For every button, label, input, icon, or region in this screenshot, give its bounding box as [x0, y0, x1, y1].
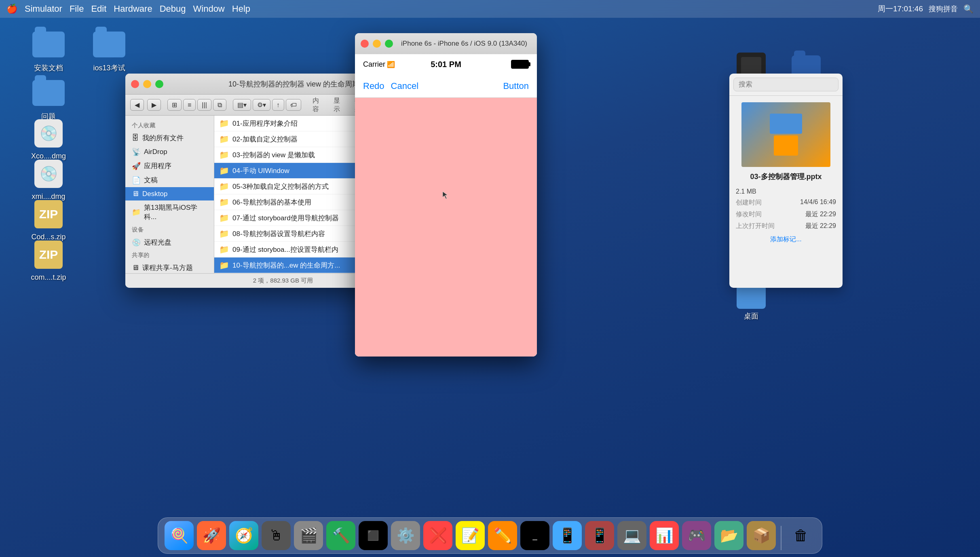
folder-row-icon: 📁 [219, 213, 229, 223]
dock-xmind[interactable]: ❌ [423, 521, 452, 550]
menu-simulator[interactable]: Simulator [25, 4, 62, 14]
desktop-icon-ios13-test[interactable]: ios13考试 [85, 28, 133, 73]
dock-app5[interactable]: 🎮 [682, 521, 711, 550]
close-button[interactable] [131, 80, 139, 88]
desktop-icon-xmi-dmg[interactable]: 💿 xmi....dmg [24, 158, 73, 201]
tag-btn[interactable]: 🏷 [286, 99, 301, 111]
sidebar-item-remote-disk[interactable]: 💿 远程光盘 [125, 235, 214, 249]
apple-menu[interactable]: 🍎 [6, 4, 17, 14]
documents-icon: 📄 [132, 176, 141, 185]
dock-app2[interactable]: 📱 [585, 521, 614, 550]
sidebar-item-label: 我的所有文件 [142, 133, 184, 143]
file-size-row: 2.1 MB [736, 186, 836, 197]
nav-button[interactable]: Button [503, 81, 529, 91]
sim-minimize-button[interactable] [373, 40, 381, 48]
menu-debug[interactable]: Debug [160, 4, 186, 14]
back-button[interactable]: ◀ [130, 99, 144, 111]
dock-app7[interactable]: 📦 [747, 521, 776, 550]
app5-icon: 🎮 [688, 527, 706, 544]
desktop-icon-cod-zip[interactable]: ZIP Cod...s.zip [24, 198, 73, 241]
app4-icon: 📊 [655, 527, 674, 544]
desktop-icon-xcode-dmg[interactable]: 💿 Xco....dmg [24, 117, 73, 160]
folder-icon-container [737, 285, 766, 309]
sidebar-item-applications[interactable]: 🚀 应用程序 [125, 159, 214, 173]
search-input[interactable] [733, 78, 838, 91]
dock-finder[interactable]: 🍭 [165, 521, 194, 550]
menubar-search[interactable]: 搜狗拼音 [929, 4, 958, 14]
arrange-btn[interactable]: ▤▾ [233, 99, 251, 111]
opened-row: 上次打开时间 最近 22:29 [736, 220, 836, 232]
modified-value: 最近 22:29 [805, 210, 836, 219]
view-column-btn[interactable]: ||| [197, 99, 211, 111]
view-cover-btn[interactable]: ⧉ [213, 99, 226, 111]
menu-help[interactable]: Help [232, 4, 250, 14]
dock-pen[interactable]: ✏️ [488, 521, 517, 550]
maximize-button[interactable] [155, 80, 163, 88]
iphone-content-area[interactable] [355, 98, 537, 357]
statusbar-text: 2 项，882.93 GB 可用 [253, 277, 313, 285]
folder-row-label: 03-控制器的 view 是懒加载 [232, 150, 315, 160]
minimize-button[interactable] [143, 80, 151, 88]
dock-xcode[interactable]: 🔨 [326, 521, 355, 550]
created-row: 创建时间 14/4/6 16:49 [736, 197, 836, 209]
status-carrier: Carrier 📶 [363, 60, 418, 69]
sidebar-item-label: 应用程序 [144, 161, 171, 171]
folder-row-icon: 📁 [219, 150, 229, 160]
menu-window[interactable]: Window [193, 4, 225, 14]
simulator-title: iPhone 6s - iPhone 6s / iOS 9.0 (13A340) [397, 40, 531, 48]
action-btn[interactable]: ⚙▾ [253, 99, 270, 111]
terminal-icon: ⬛ [367, 530, 379, 541]
forward-button[interactable]: ▶ [147, 99, 161, 111]
label-display: 显示 [334, 97, 342, 114]
share-btn[interactable]: ↑ [272, 99, 284, 111]
dock-app6[interactable]: 📂 [714, 521, 743, 550]
dock-trash[interactable]: 🗑 [786, 521, 815, 550]
menu-file[interactable]: File [70, 4, 84, 14]
dock-photo[interactable]: 🎬 [294, 521, 323, 550]
sidebar-item-desktop[interactable]: 🖥 Desktop [125, 187, 214, 200]
dock-app4[interactable]: 📊 [650, 521, 679, 550]
simulator-window: iPhone 6s - iPhone 6s / iOS 9.0 (13A340)… [355, 33, 537, 357]
dock-app1[interactable]: 📱 [553, 521, 582, 550]
zip-icon: ZIP [34, 200, 63, 228]
dock-settings[interactable]: ⚙️ [391, 521, 420, 550]
dock-launchpad[interactable]: 🚀 [197, 521, 226, 550]
dock-app3[interactable]: 💻 [617, 521, 646, 550]
sim-close-button[interactable] [361, 40, 369, 48]
dock-separator [781, 526, 781, 550]
redo-button[interactable]: Redo [363, 81, 384, 91]
right-info-panel: 03-多控制器管理.pptx 2.1 MB 创建时间 14/4/6 16:49 … [729, 74, 843, 288]
sidebar-item-all-files[interactable]: 🗄 我的所有文件 [125, 131, 214, 145]
desktop-icon-desktop2[interactable]: 桌面 [727, 285, 775, 321]
sidebar-item-airdrop[interactable]: 📡 AirDrop [125, 145, 214, 159]
view-icon-btn[interactable]: ⊞ [167, 99, 182, 111]
desktop-icon-com-zip[interactable]: ZIP com....t.zip [24, 238, 73, 282]
add-tag-link[interactable]: 添加标记... [736, 235, 836, 244]
status-battery [473, 60, 529, 69]
app7-icon: 📦 [752, 527, 771, 544]
folder-row-icon: 📁 [219, 197, 229, 207]
folder-row-label: 09-通过 storyboa...控设置导航栏内 [232, 245, 338, 254]
menubar-time: 周一17:01:46 [878, 4, 923, 14]
desktop-icon-install-doc[interactable]: 安装文档 [24, 28, 73, 73]
desktop-icon-issue[interactable]: 问题 [24, 77, 73, 121]
menu-edit[interactable]: Edit [91, 4, 106, 14]
menu-hardware[interactable]: Hardware [114, 4, 152, 14]
remote-disk-icon: 💿 [132, 238, 141, 247]
sidebar-item-documents[interactable]: 📄 文稿 [125, 173, 214, 187]
dock-mouse[interactable]: 🖱 [262, 521, 291, 550]
sidebar-item-13period[interactable]: 📁 第13期黑马iOS学科... [125, 200, 214, 224]
sim-maximize-button[interactable] [385, 40, 393, 48]
dock-terminal[interactable]: ⬛ [359, 521, 388, 550]
created-label: 创建时间 [736, 198, 762, 207]
view-list-btn[interactable]: ≡ [183, 99, 196, 111]
cancel-button[interactable]: Cancel [391, 81, 418, 91]
folder-icon-sidebar: 📁 [132, 208, 141, 217]
icon-label: com....t.zip [31, 273, 66, 282]
sidebar-item-course-share[interactable]: 🖥 课程共享-马方题 [125, 261, 214, 273]
dock-notes[interactable]: 📝 [456, 521, 485, 550]
spotlight-icon[interactable]: 🔍 [963, 4, 974, 14]
dock-safari[interactable]: 🧭 [229, 521, 258, 550]
dock-term2[interactable]: _ [520, 521, 549, 550]
sidebar-item-label: Desktop [142, 190, 167, 198]
